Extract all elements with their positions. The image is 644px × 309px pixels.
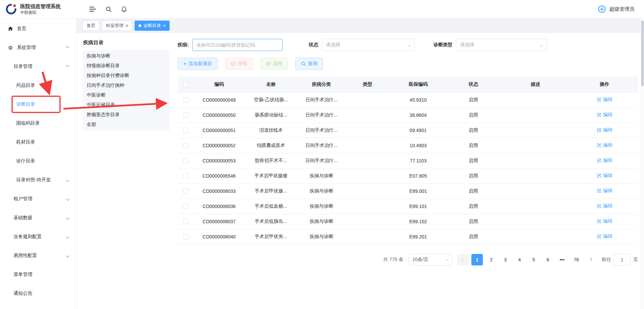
tab-home[interactable]: 首页 [83, 21, 99, 31]
page-number-button[interactable]: 6 [542, 254, 554, 265]
row-checkbox[interactable] [183, 158, 188, 163]
row-checkbox[interactable] [183, 219, 188, 224]
scrollbar-thumb[interactable] [641, 21, 644, 86]
table-row: CD0000008033手术后甲状腺...疾病与诊断E89.001启用编辑 [178, 183, 638, 199]
cell-name: 手术后低血糖... [244, 199, 297, 214]
goto-page: 前往 页 [602, 254, 638, 265]
disease-search-input[interactable] [192, 39, 283, 51]
edit-button[interactable]: 编辑 [597, 127, 613, 133]
page-number-button[interactable]: 4 [514, 254, 525, 265]
edit-button[interactable]: 编辑 [597, 142, 613, 148]
edit-button[interactable]: 编辑 [597, 188, 613, 194]
row-checkbox[interactable] [183, 234, 188, 239]
sidebar-item-consumables-catalog[interactable]: 耗材目录 [0, 133, 76, 152]
goto-page-input[interactable] [614, 254, 631, 265]
catalog-item[interactable]: 中医证候目录 [83, 100, 170, 110]
goto-suffix: 页 [633, 257, 638, 263]
row-select-cell [178, 214, 194, 229]
cell-name: 肋骨切开术不... [244, 153, 297, 168]
sidebar-item-business-rules[interactable]: 业务规则配置 [0, 227, 76, 246]
cell-type [346, 168, 389, 183]
edit-button[interactable]: 编辑 [597, 112, 613, 118]
page-number-button[interactable]: 78 [570, 254, 582, 265]
query-button[interactable]: 查询 [295, 58, 323, 70]
catalog-item[interactable]: 全部 [83, 120, 170, 129]
row-checkbox[interactable] [183, 128, 188, 133]
edit-button[interactable]: 编辑 [597, 233, 613, 239]
catalog-list: 疾病与诊断 特慢病诊断目录 按病种目录付费诊断 日间手术治疗病种 中医诊断 中医… [83, 50, 170, 130]
page-number-button[interactable]: 2 [486, 254, 497, 265]
sidebar-item-basic-data[interactable]: 基础数据 [0, 208, 76, 227]
sidebar-item-home[interactable]: 首页 [0, 19, 76, 38]
add-item-button[interactable]: + 添加新项目 [178, 58, 218, 70]
cell-description [500, 123, 571, 138]
edit-button[interactable]: 编辑 [597, 203, 613, 209]
cell-status: 启用 [447, 92, 500, 107]
sidebar-item-menu-management[interactable]: 菜单管理 [0, 265, 76, 284]
page-number-button[interactable]: 1 [471, 254, 483, 265]
page-number-button[interactable]: 3 [500, 254, 511, 265]
toolbar: + 添加新项目 停用 启用 查询 [178, 58, 638, 70]
catalog-item[interactable]: 特慢病诊断目录 [83, 61, 170, 71]
sidebar-item-national-code-catalog[interactable]: 国临码目录 [0, 114, 76, 133]
row-checkbox[interactable] [183, 112, 188, 118]
sidebar-item-diagnosis-catalog[interactable]: 诊断目录 [0, 95, 76, 114]
total-count: 共 775 条 [383, 257, 403, 263]
cell-description [500, 229, 571, 244]
catalog-item[interactable]: 中医诊断 [83, 90, 170, 100]
sidebar-item-usability-config[interactable]: 易用性配置 [0, 246, 76, 265]
tab-department-management[interactable]: 科室管理 × [102, 21, 132, 31]
catalog-item[interactable]: 按病种目录付费诊断 [83, 71, 170, 80]
row-checkbox[interactable] [183, 143, 188, 148]
sidebar-item-notice[interactable]: 通知公告 [0, 284, 76, 303]
table-row: CD0000000053肋骨切开术不...日间手术治疗...77.1103启用编… [178, 153, 638, 168]
close-icon[interactable]: × [125, 23, 128, 28]
sidebar-item-tenant-management[interactable]: 租户管理 [0, 189, 76, 208]
catalog-item[interactable]: 肿瘤形态学目录 [83, 110, 170, 120]
menu-toggle-icon[interactable] [89, 6, 96, 12]
page-size-select[interactable]: 10条/页 [409, 254, 452, 265]
edit-button[interactable]: 编辑 [597, 173, 613, 179]
scrollbar-track[interactable] [641, 19, 644, 309]
admin-avatar-icon [597, 5, 606, 14]
table-row: CD0000000051泪道挂线术日间手术治疗...09.4901启用编辑 [178, 123, 638, 138]
cell-category: 疾病与诊断 [297, 168, 346, 183]
sidebar-item-catalog-management[interactable]: 目录管理 [0, 57, 76, 76]
sidebar-item-drug-catalog[interactable]: 药品目录 [0, 76, 76, 95]
catalog-item[interactable]: 疾病与诊断 [83, 51, 170, 61]
row-checkbox[interactable] [183, 204, 188, 209]
prev-page-button[interactable] [457, 254, 469, 265]
cell-action: 编辑 [571, 123, 638, 138]
edit-icon [597, 97, 602, 102]
disable-button[interactable]: 停用 [225, 58, 253, 70]
app-title: 医院信息管理系统 [20, 3, 61, 9]
row-checkbox[interactable] [183, 97, 188, 103]
row-checkbox[interactable] [183, 173, 188, 179]
edit-button[interactable]: 编辑 [597, 97, 613, 103]
row-select-cell [178, 153, 194, 168]
select-all-checkbox[interactable] [183, 82, 188, 87]
diagnosis-type-select[interactable]: 请选择 [456, 39, 547, 51]
next-page-button[interactable] [585, 254, 596, 265]
status-select[interactable]: 请选择 [322, 39, 415, 51]
sidebar-item-system-management[interactable]: ⚙ 系统管理 [0, 38, 76, 57]
sidebar-item-catalog-mapping[interactable]: 目录对照-待开发 [0, 171, 76, 189]
admin-menu[interactable]: 超级管理员 [597, 5, 635, 14]
sidebar-item-label: 系统管理 [17, 45, 36, 51]
cell-category: 日间手术治疗... [297, 123, 346, 138]
cell-action: 编辑 [571, 168, 638, 183]
cell-action: 编辑 [571, 214, 638, 229]
row-checkbox[interactable] [183, 188, 188, 194]
tab-diagnosis-catalog[interactable]: 诊断目录 × [135, 21, 170, 31]
search-icon[interactable] [106, 6, 112, 12]
edit-button[interactable]: 编辑 [597, 218, 613, 224]
more-pages-button[interactable]: ••• [556, 254, 568, 265]
cell-description [500, 153, 571, 168]
edit-button[interactable]: 编辑 [597, 157, 613, 163]
enable-button[interactable]: 启用 [260, 58, 288, 70]
sidebar-item-treatment-catalog[interactable]: 诊疗目录 [0, 152, 76, 171]
page-number-button[interactable]: 5 [528, 254, 539, 265]
close-icon[interactable]: × [163, 23, 166, 28]
catalog-item[interactable]: 日间手术治疗病种 [83, 80, 170, 90]
bell-icon[interactable] [121, 6, 127, 12]
